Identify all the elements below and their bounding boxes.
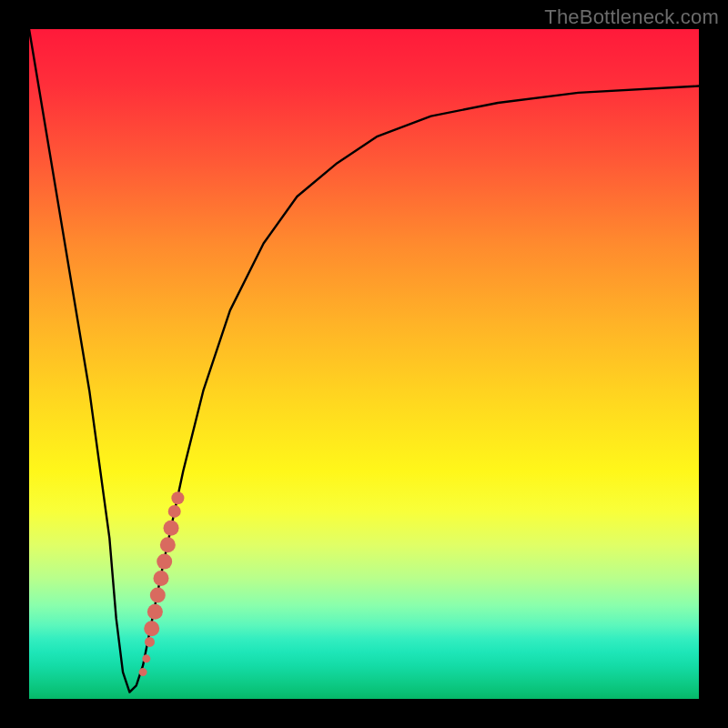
chart-frame: TheBottleneck.com (0, 0, 728, 728)
marker-dot (142, 654, 150, 662)
marker-dot (139, 668, 147, 676)
marker-dot (168, 505, 181, 518)
plot-area (29, 29, 699, 699)
marker-dot (147, 604, 163, 620)
marker-dot (171, 491, 184, 504)
marker-dot (153, 571, 168, 586)
marker-dot (164, 521, 179, 536)
curve-layer (29, 29, 699, 693)
marker-dot (144, 621, 159, 636)
chart-svg (29, 29, 699, 699)
marker-dot (150, 587, 166, 602)
marker-dot (160, 537, 176, 552)
watermark-text: TheBottleneck.com (544, 5, 719, 29)
marker-dot (157, 554, 172, 570)
bottleneck-curve (29, 29, 699, 693)
marker-dot (145, 637, 155, 647)
